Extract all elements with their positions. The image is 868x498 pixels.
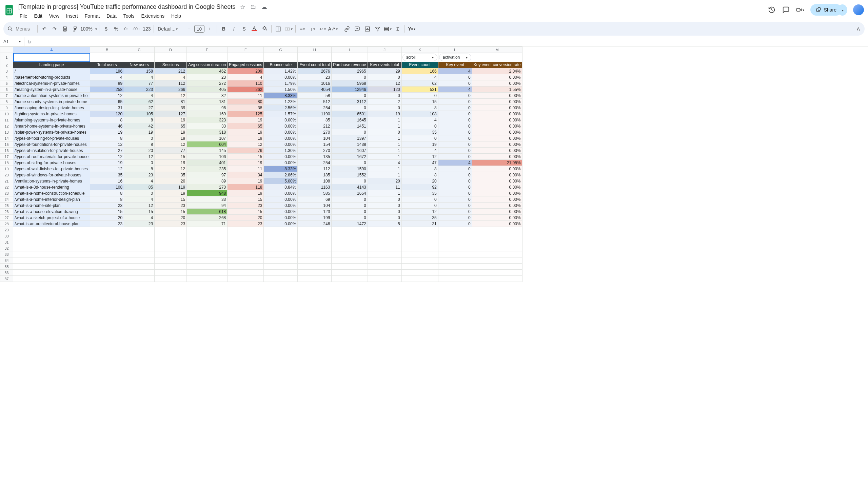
row-header-21[interactable]: 21 xyxy=(0,178,13,184)
data-cell[interactable]: 20 xyxy=(155,178,187,184)
data-cell[interactable]: 33 xyxy=(187,196,227,202)
data-cell[interactable]: 8.33% xyxy=(264,166,298,172)
data-cell[interactable]: 127 xyxy=(155,111,187,117)
data-cell[interactable]: 8.33% xyxy=(264,93,298,99)
data-cell[interactable]: 12 xyxy=(155,142,187,147)
data-cell[interactable]: 254 xyxy=(298,105,332,111)
row-header-6[interactable]: 6 xyxy=(0,87,13,93)
data-cell[interactable]: 0 xyxy=(438,184,472,190)
data-cell[interactable]: /types-of-foundations-for-private-houses xyxy=(13,142,90,147)
cell[interactable] xyxy=(124,53,155,62)
empty-cell[interactable] xyxy=(227,270,264,276)
data-cell[interactable]: 0 xyxy=(438,166,472,172)
col-header-B[interactable]: B xyxy=(90,47,124,53)
empty-cell[interactable] xyxy=(155,239,187,245)
data-cell[interactable]: 19 xyxy=(155,160,187,166)
row-header-4[interactable]: 4 xyxy=(0,74,13,80)
data-cell[interactable]: 1.42% xyxy=(264,68,298,74)
empty-cell[interactable] xyxy=(155,233,187,239)
data-cell[interactable]: /lighting-systems-in-private-homes xyxy=(13,111,90,117)
merge-button[interactable]: ▾ xyxy=(284,24,293,34)
data-cell[interactable]: 154 xyxy=(298,142,332,147)
data-cell[interactable]: 80 xyxy=(227,99,264,105)
col-header-M[interactable]: M xyxy=(472,47,522,53)
data-cell[interactable]: 8 xyxy=(90,117,124,123)
data-cell[interactable]: 0 xyxy=(401,93,438,99)
data-cell[interactable]: 209 xyxy=(227,68,264,74)
row-header-32[interactable]: 32 xyxy=(0,245,13,251)
data-cell[interactable]: 1 xyxy=(368,190,401,196)
empty-cell[interactable] xyxy=(368,270,401,276)
data-cell[interactable]: 604 xyxy=(187,142,227,147)
row-header-28[interactable]: 28 xyxy=(0,221,13,227)
data-cell[interactable]: 23 xyxy=(124,221,155,227)
data-cell[interactable]: 1190 xyxy=(298,111,332,117)
data-cell[interactable]: 58 xyxy=(298,93,332,99)
data-cell[interactable]: 120 xyxy=(368,87,401,93)
empty-cell[interactable] xyxy=(90,233,124,239)
data-cell[interactable]: 120 xyxy=(90,111,124,117)
empty-cell[interactable] xyxy=(227,276,264,282)
data-cell[interactable]: 0 xyxy=(438,117,472,123)
empty-cell[interactable] xyxy=(332,239,368,245)
data-cell[interactable]: 123 xyxy=(298,209,332,215)
strike-button[interactable]: S xyxy=(239,24,249,34)
col-header-L[interactable]: L xyxy=(438,47,472,53)
empty-cell[interactable] xyxy=(155,276,187,282)
empty-cell[interactable] xyxy=(332,276,368,282)
empty-cell[interactable] xyxy=(368,227,401,233)
data-cell[interactable]: 1654 xyxy=(332,190,368,196)
empty-cell[interactable] xyxy=(472,270,522,276)
data-cell[interactable]: 89 xyxy=(187,178,227,184)
data-cell[interactable]: 4054 xyxy=(298,87,332,93)
empty-cell[interactable] xyxy=(124,258,155,264)
data-cell[interactable]: 618 xyxy=(187,209,227,215)
redo-button[interactable]: ↷ xyxy=(50,24,59,34)
data-cell[interactable]: 4 xyxy=(124,93,155,99)
data-cell[interactable]: 0.00% xyxy=(472,154,522,160)
data-cell[interactable]: 23 xyxy=(90,202,124,209)
row-header-8[interactable]: 8 xyxy=(0,99,13,105)
menu-tools[interactable]: Tools xyxy=(121,12,137,20)
data-cell[interactable]: 1438 xyxy=(332,142,368,147)
addon-button[interactable]: Yн▾ xyxy=(407,24,416,34)
data-cell[interactable]: 1451 xyxy=(332,123,368,129)
empty-cell[interactable] xyxy=(401,276,438,282)
cell[interactable] xyxy=(298,53,332,62)
data-cell[interactable]: 12 xyxy=(401,209,438,215)
data-cell[interactable]: 42 xyxy=(124,123,155,129)
data-cell[interactable]: 1 xyxy=(368,142,401,147)
empty-cell[interactable] xyxy=(401,239,438,245)
data-cell[interactable]: 0.00% xyxy=(472,117,522,123)
menu-view[interactable]: View xyxy=(46,12,62,20)
account-avatar[interactable] xyxy=(853,4,864,15)
data-cell[interactable]: 62 xyxy=(124,99,155,105)
data-cell[interactable]: 19 xyxy=(155,135,187,142)
row-header-2[interactable]: 2 xyxy=(0,62,13,68)
data-cell[interactable]: /types-of-roof-materials-for-private-hou… xyxy=(13,154,90,160)
data-cell[interactable]: 8 xyxy=(124,117,155,123)
data-cell[interactable]: 71 xyxy=(187,221,227,227)
row-header-37[interactable]: 37 xyxy=(0,276,13,282)
data-cell[interactable]: 135 xyxy=(298,154,332,160)
data-cell[interactable]: 15 xyxy=(227,154,264,160)
empty-cell[interactable] xyxy=(124,251,155,258)
empty-cell[interactable] xyxy=(332,270,368,276)
data-cell[interactable]: 1 xyxy=(368,172,401,178)
data-cell[interactable]: 19 xyxy=(227,178,264,184)
data-cell[interactable]: 108 xyxy=(90,184,124,190)
data-cell[interactable]: 105 xyxy=(124,111,155,117)
data-cell[interactable]: 15 xyxy=(90,209,124,215)
row-header-35[interactable]: 35 xyxy=(0,264,13,270)
data-cell[interactable]: 0 xyxy=(438,172,472,178)
data-cell[interactable]: 23 xyxy=(124,172,155,178)
data-cell[interactable]: 0 xyxy=(332,93,368,99)
empty-cell[interactable] xyxy=(227,258,264,264)
row-header-25[interactable]: 25 xyxy=(0,202,13,209)
data-cell[interactable]: 0.00% xyxy=(472,129,522,135)
decrease-decimal-button[interactable]: .0← xyxy=(122,24,131,34)
col-header-C[interactable]: C xyxy=(124,47,155,53)
data-cell[interactable]: /what-is-a-3d-house-rendering xyxy=(13,184,90,190)
data-cell[interactable]: 4 xyxy=(155,74,187,80)
data-cell[interactable]: 0.00% xyxy=(264,117,298,123)
